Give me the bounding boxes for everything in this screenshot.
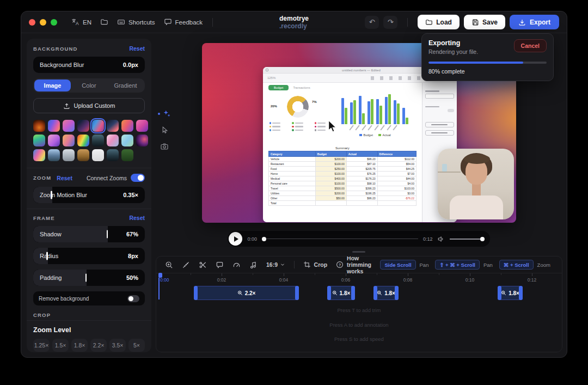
table-header-cell: Budget: [315, 151, 346, 157]
remove-background-label: Remove background: [39, 296, 89, 302]
spreadsheet-title: untitled.numbers — Edited: [342, 69, 381, 72]
trim-wand-icon[interactable]: [182, 261, 190, 269]
zoom-level-button[interactable]: 2.2×: [90, 339, 107, 352]
seek-track[interactable]: [266, 239, 418, 240]
background-thumbnail[interactable]: [63, 135, 75, 146]
play-button[interactable]: [229, 232, 242, 246]
background-thumbnail[interactable]: [92, 120, 104, 132]
redo-button[interactable]: ↷: [383, 16, 397, 29]
frame-reset-link[interactable]: Reset: [129, 215, 145, 221]
connect-zooms-toggle[interactable]: [131, 174, 145, 182]
seek-bar[interactable]: [262, 237, 418, 241]
zoom-window-button[interactable]: [51, 19, 57, 26]
shadow-slider[interactable]: Shadow 67%: [33, 226, 145, 242]
background-thumbnail[interactable]: [48, 149, 60, 161]
feedback-button[interactable]: Feedback: [160, 15, 207, 29]
seek-knob[interactable]: [262, 237, 266, 241]
zoom-motion-blur-slider[interactable]: Zoom Motion Blur 0.35×: [33, 187, 145, 203]
table-cell: Home: [268, 172, 315, 176]
volume-slider[interactable]: [450, 237, 485, 241]
ruler-tick: [377, 273, 377, 275]
load-button[interactable]: Load: [418, 15, 460, 29]
undo-button[interactable]: ↶: [365, 16, 379, 29]
zoom-level-button[interactable]: 5×: [128, 339, 145, 352]
legend-dot: [315, 129, 317, 131]
background-thumbnail[interactable]: [107, 135, 119, 146]
zoom-region[interactable]: 1.8×: [373, 286, 399, 300]
background-thumbnail[interactable]: [48, 120, 60, 132]
language-button[interactable]: A EN: [67, 15, 96, 29]
panel-resize-handle[interactable]: [352, 251, 365, 253]
playhead-flag[interactable]: [158, 273, 162, 278]
zoom-region[interactable]: 2.2×: [194, 286, 299, 300]
shortcuts-button[interactable]: Shortcuts: [113, 15, 160, 29]
cancel-export-button[interactable]: Cancel: [514, 39, 547, 52]
annotation-icon[interactable]: [216, 261, 224, 269]
export-button[interactable]: Export: [510, 15, 559, 29]
tab-gradient[interactable]: Gradient: [107, 80, 144, 91]
music-note-icon[interactable]: [249, 261, 258, 269]
background-thumbnail[interactable]: [33, 120, 45, 132]
upload-custom-button[interactable]: Upload Custom: [33, 98, 145, 113]
zoom-level-button[interactable]: 3.5×: [109, 339, 126, 352]
ruler-tick: [284, 273, 284, 276]
crop-button[interactable]: Crop: [303, 261, 328, 268]
zoom-level-button[interactable]: 1.8×: [71, 339, 88, 352]
table-cell: $400.00: [315, 176, 346, 181]
background-thumbnail[interactable]: [33, 135, 45, 146]
tab-color[interactable]: Color: [71, 80, 107, 91]
speed-gauge-icon[interactable]: [232, 261, 241, 269]
camera-tool[interactable]: [160, 142, 169, 151]
background-thumbnail[interactable]: [121, 135, 133, 146]
background-thumbnail[interactable]: [107, 120, 119, 132]
zoom-region[interactable]: 1.8×: [498, 286, 523, 300]
background-thumbnail[interactable]: [136, 135, 148, 146]
zoom-level-button[interactable]: 1.5×: [52, 339, 69, 352]
background-thumbnail[interactable]: [136, 120, 148, 132]
background-blur-slider[interactable]: Background Blur 0.0px: [33, 57, 145, 73]
background-thumbnail[interactable]: [92, 149, 104, 161]
open-project-button[interactable]: [96, 15, 113, 29]
volume-knob[interactable]: [480, 237, 485, 241]
background-thumbnail[interactable]: [63, 149, 75, 161]
background-thumbnail[interactable]: [107, 149, 119, 161]
timeline-ruler[interactable]: 0:000:020:040:060:080:100:12: [160, 273, 559, 285]
how-trimming-works-button[interactable]: ? How trimming works: [336, 256, 371, 274]
radius-slider[interactable]: Radius 8px: [33, 248, 145, 264]
scissors-icon[interactable]: [199, 261, 207, 269]
padding-slider[interactable]: Padding 50%: [33, 270, 145, 286]
cursor-tool[interactable]: [161, 126, 169, 134]
zoom-level-button[interactable]: 1.25×: [33, 339, 50, 352]
webcam-overlay[interactable]: [438, 149, 514, 219]
timeline-zoom-icon[interactable]: [165, 261, 173, 269]
effects-tool[interactable]: [158, 109, 171, 118]
background-thumbnail[interactable]: [77, 149, 89, 161]
timeline-body[interactable]: 0:000:020:040:060:080:100:12 2.2×1.8×1.8…: [156, 273, 562, 352]
background-thumbnail[interactable]: [77, 120, 89, 132]
remove-background-toggle[interactable]: [127, 295, 139, 302]
bar-group: [359, 96, 365, 124]
playhead[interactable]: [158, 273, 162, 300]
close-window-button[interactable]: [29, 19, 35, 26]
toast-subtitle: Rendering your file.: [428, 48, 478, 55]
timeline-hint: Press S to add speed: [156, 336, 562, 342]
background-thumbnail[interactable]: [48, 135, 60, 146]
background-thumbnail[interactable]: [77, 135, 89, 146]
ruler-time-label: 0:04: [279, 277, 289, 283]
zoom-region[interactable]: 1.8×: [327, 286, 355, 300]
zoom-region-track[interactable]: 2.2×1.8×1.8×1.8×: [160, 286, 559, 300]
tab-image[interactable]: Image: [34, 80, 71, 91]
background-reset-link[interactable]: Reset: [129, 45, 145, 52]
ruler-tick: [470, 273, 470, 276]
speaker-icon[interactable]: [437, 235, 445, 243]
background-thumbnail[interactable]: [92, 135, 104, 146]
zoom-reset-link[interactable]: Reset: [57, 175, 72, 181]
background-thumbnail[interactable]: [121, 149, 133, 161]
legend-dot: [270, 126, 272, 128]
aspect-ratio-dropdown[interactable]: 16:9: [266, 261, 285, 268]
background-thumbnail[interactable]: [63, 120, 75, 132]
background-thumbnail[interactable]: [33, 149, 45, 161]
minimize-window-button[interactable]: [40, 19, 46, 26]
save-button[interactable]: Save: [464, 15, 505, 29]
background-thumbnail[interactable]: [121, 120, 133, 132]
